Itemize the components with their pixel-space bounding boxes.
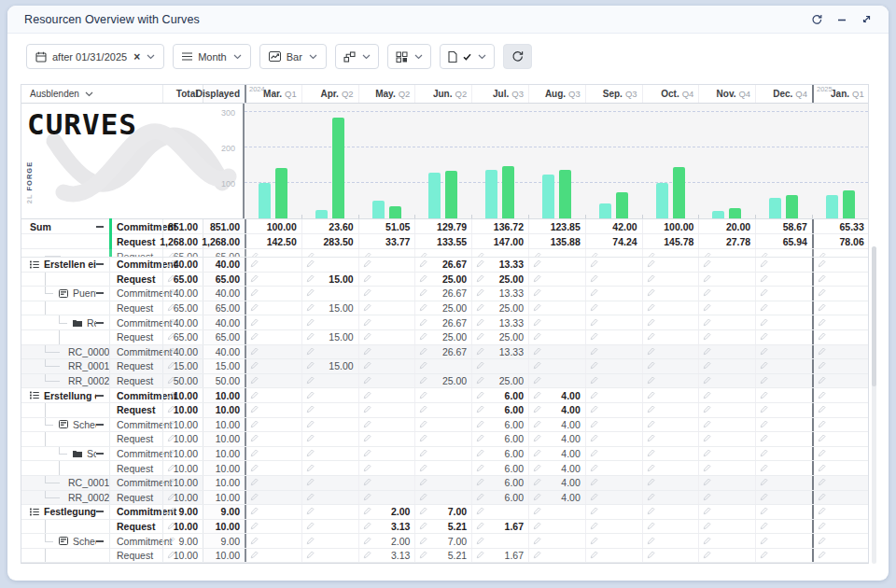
table-row[interactable]: RR_00020Request50.0050.0025.0025.00 — [21, 374, 868, 389]
edit-icon[interactable] — [647, 433, 655, 444]
sum-row[interactable]: SumCommitment851.00851.00100.0023.6051.0… — [21, 219, 868, 234]
table-row[interactable]: Request10.0010.006.004.00 — [21, 403, 868, 418]
edit-icon[interactable] — [760, 521, 768, 532]
edit-icon[interactable] — [703, 521, 711, 532]
edit-icon[interactable] — [703, 259, 711, 270]
edit-icon[interactable] — [363, 287, 371, 299]
edit-icon[interactable] — [167, 302, 175, 314]
edit-icon[interactable] — [306, 317, 315, 329]
chart-type-select[interactable]: Bar — [259, 44, 327, 69]
edit-icon[interactable] — [818, 536, 826, 547]
edit-icon[interactable] — [818, 404, 826, 415]
edit-icon[interactable] — [476, 433, 484, 444]
edit-icon[interactable] — [647, 346, 655, 357]
table-row[interactable]: Request65.0065.0015.0025.0025.00 — [21, 301, 868, 316]
edit-icon[interactable] — [533, 346, 541, 357]
edit-icon[interactable] — [760, 492, 768, 503]
edit-icon[interactable] — [363, 492, 371, 503]
clear-filter-icon[interactable]: × — [133, 51, 140, 63]
edit-icon[interactable] — [306, 433, 315, 444]
date-filter-button[interactable]: after 01/31/2025 × — [26, 44, 164, 69]
edit-icon[interactable] — [703, 477, 711, 488]
edit-icon[interactable] — [363, 346, 371, 357]
edit-icon[interactable] — [363, 506, 371, 517]
edit-icon[interactable] — [647, 419, 655, 430]
edit-icon[interactable] — [167, 287, 175, 299]
edit-icon[interactable] — [306, 360, 315, 371]
table-row[interactable]: Erstellen eines …Commitment40.0040.0026.… — [21, 258, 868, 273]
edit-icon[interactable] — [363, 419, 371, 430]
table-row[interactable]: Schedule SP…Commitment10.0010.006.004.00 — [21, 418, 868, 433]
edit-icon[interactable] — [533, 287, 541, 299]
edit-icon[interactable] — [363, 331, 371, 343]
scrollbar-thumb[interactable] — [872, 246, 876, 386]
edit-icon[interactable] — [818, 506, 826, 517]
edit-icon[interactable] — [167, 360, 175, 371]
interval-select[interactable]: Month — [173, 44, 251, 69]
edit-icon[interactable] — [476, 251, 484, 259]
table-row[interactable]: RC_00012Commitment10.0010.006.004.00 — [21, 476, 868, 491]
edit-icon[interactable] — [250, 273, 259, 285]
edit-icon[interactable] — [533, 404, 541, 415]
edit-icon[interactable] — [533, 360, 541, 371]
edit-icon[interactable] — [363, 273, 371, 285]
edit-icon[interactable] — [250, 251, 259, 259]
edit-icon[interactable] — [167, 331, 175, 343]
edit-icon[interactable] — [818, 331, 826, 343]
edit-icon[interactable] — [167, 404, 175, 415]
edit-icon[interactable] — [647, 287, 655, 299]
edit-icon[interactable] — [590, 251, 598, 259]
edit-icon[interactable] — [647, 477, 655, 488]
edit-icon[interactable] — [306, 419, 315, 430]
table-row[interactable]: Request10.0010.006.004.00 — [21, 432, 868, 447]
edit-icon[interactable] — [703, 433, 711, 444]
edit-icon[interactable] — [760, 419, 768, 430]
edit-icon[interactable] — [476, 287, 484, 299]
edit-icon[interactable] — [703, 287, 711, 299]
expand-icon[interactable] — [861, 14, 872, 24]
edit-icon[interactable] — [647, 302, 655, 314]
edit-icon[interactable] — [533, 521, 541, 532]
edit-icon[interactable] — [306, 463, 315, 474]
edit-icon[interactable] — [419, 433, 427, 444]
edit-icon[interactable] — [818, 521, 826, 532]
edit-icon[interactable] — [419, 390, 427, 401]
edit-icon[interactable] — [476, 375, 484, 386]
edit-icon[interactable] — [818, 259, 826, 270]
edit-icon[interactable] — [167, 463, 175, 474]
edit-icon[interactable] — [590, 273, 598, 285]
edit-icon[interactable] — [476, 419, 484, 430]
edit-icon[interactable] — [533, 419, 541, 430]
edit-icon[interactable] — [306, 506, 315, 517]
edit-icon[interactable] — [590, 375, 598, 386]
edit-icon[interactable] — [590, 536, 598, 547]
edit-icon[interactable] — [363, 302, 371, 314]
collapse-icon[interactable] — [96, 322, 104, 324]
edit-icon[interactable] — [306, 375, 315, 386]
edit-icon[interactable] — [476, 346, 484, 357]
edit-icon[interactable] — [419, 360, 427, 371]
edit-icon[interactable] — [760, 390, 768, 401]
edit-icon[interactable] — [703, 419, 711, 430]
edit-icon[interactable] — [419, 287, 427, 299]
edit-icon[interactable] — [419, 273, 427, 285]
edit-icon[interactable] — [363, 375, 371, 386]
edit-icon[interactable] — [250, 536, 259, 547]
edit-icon[interactable] — [818, 477, 826, 488]
edit-icon[interactable] — [533, 550, 541, 561]
edit-icon[interactable] — [419, 259, 427, 270]
edit-icon[interactable] — [363, 536, 371, 547]
edit-icon[interactable] — [306, 390, 315, 401]
edit-icon[interactable] — [476, 360, 484, 371]
edit-icon[interactable] — [419, 251, 427, 259]
edit-icon[interactable] — [647, 273, 655, 285]
edit-icon[interactable] — [250, 360, 259, 371]
collapse-icon[interactable] — [96, 395, 104, 397]
table-row[interactable]: Request10.0010.003.135.211.67 — [21, 520, 868, 535]
edit-icon[interactable] — [703, 302, 711, 314]
edit-icon[interactable] — [419, 448, 427, 459]
edit-icon[interactable] — [476, 302, 484, 314]
edit-icon[interactable] — [306, 536, 315, 547]
edit-icon[interactable] — [818, 492, 826, 503]
table-row[interactable]: Request65.0065.0015.0025.0025.00 — [21, 330, 868, 345]
